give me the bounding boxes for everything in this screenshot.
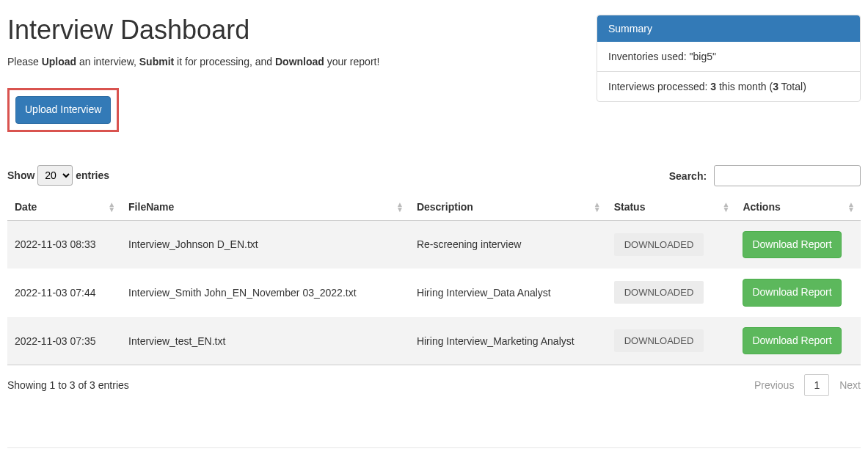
table-row: 2022-11-03 07:35 Interview_test_EN.txt H…	[7, 317, 861, 365]
status-badge: DOWNLOADED	[614, 329, 704, 352]
table-row: 2022-11-03 08:33 Interview_Johnson D_EN.…	[7, 220, 861, 268]
cell-status: DOWNLOADED	[607, 268, 736, 317]
summary-processed: Interviews processed: 3 this month (3 To…	[597, 72, 860, 101]
sort-icon: ▲▼	[847, 202, 855, 212]
col-header-actions[interactable]: Actions ▲▼	[735, 194, 861, 221]
download-report-button[interactable]: Download Report	[743, 279, 841, 307]
download-report-button[interactable]: Download Report	[743, 327, 841, 355]
pagination: Previous 1 Next	[754, 374, 861, 396]
page-number-1[interactable]: 1	[804, 374, 829, 396]
cell-actions: Download Report	[735, 317, 861, 365]
entries-length-control: Show 20 entries	[7, 165, 109, 186]
summary-heading: Summary	[597, 15, 860, 42]
next-page[interactable]: Next	[839, 379, 861, 391]
cell-filename: Interview_Johnson D_EN.txt	[121, 220, 409, 268]
table-info: Showing 1 to 3 of 3 entries	[7, 379, 129, 391]
upload-interview-button[interactable]: Upload Interview	[15, 96, 111, 124]
cell-actions: Download Report	[735, 268, 861, 317]
entries-length-select[interactable]: 20	[37, 165, 73, 186]
previous-page[interactable]: Previous	[754, 379, 794, 391]
upload-highlight-box: Upload Interview	[7, 88, 119, 132]
summary-inventories: Inventories used: "big5"	[597, 42, 860, 72]
col-header-description[interactable]: Description ▲▼	[409, 194, 607, 221]
cell-filename: Interview_test_EN.txt	[121, 317, 409, 365]
cell-description: Hiring Interview_Data Analyst	[409, 268, 607, 317]
status-badge: DOWNLOADED	[614, 281, 704, 304]
col-header-filename[interactable]: FileName ▲▼	[121, 194, 409, 221]
table-row: 2022-11-03 07:44 Interview_Smith John_EN…	[7, 268, 861, 317]
cell-date: 2022-11-03 07:44	[7, 268, 121, 317]
cell-description: Re-screening interview	[409, 220, 607, 268]
search-input[interactable]	[714, 165, 861, 186]
status-badge: DOWNLOADED	[614, 233, 704, 256]
cell-filename: Interview_Smith John_EN_November 03_2022…	[121, 268, 409, 317]
sort-icon: ▲▼	[594, 202, 601, 212]
cell-status: DOWNLOADED	[607, 317, 736, 365]
interviews-table: Date ▲▼ FileName ▲▼ Description ▲▼ Statu…	[7, 194, 861, 366]
cell-actions: Download Report	[735, 220, 861, 268]
cell-date: 2022-11-03 08:33	[7, 220, 121, 268]
col-header-date[interactable]: Date ▲▼	[7, 194, 121, 221]
sort-icon: ▲▼	[723, 202, 730, 212]
sort-icon: ▲▼	[396, 202, 404, 212]
cell-status: DOWNLOADED	[607, 220, 736, 268]
footer-divider	[7, 447, 861, 448]
search-label: Search:	[669, 169, 707, 181]
search-control: Search:	[669, 165, 861, 186]
summary-panel: Summary Inventories used: "big5" Intervi…	[597, 15, 861, 102]
col-header-status[interactable]: Status ▲▼	[607, 194, 736, 221]
cell-description: Hiring Interview_Marketing Analyst	[409, 317, 607, 365]
download-report-button[interactable]: Download Report	[743, 231, 841, 259]
sort-icon: ▲▼	[108, 202, 115, 212]
intro-text: Please Upload an interview, Submit it fo…	[7, 56, 582, 67]
cell-date: 2022-11-03 07:35	[7, 317, 121, 365]
page-title: Interview Dashboard	[7, 15, 582, 45]
